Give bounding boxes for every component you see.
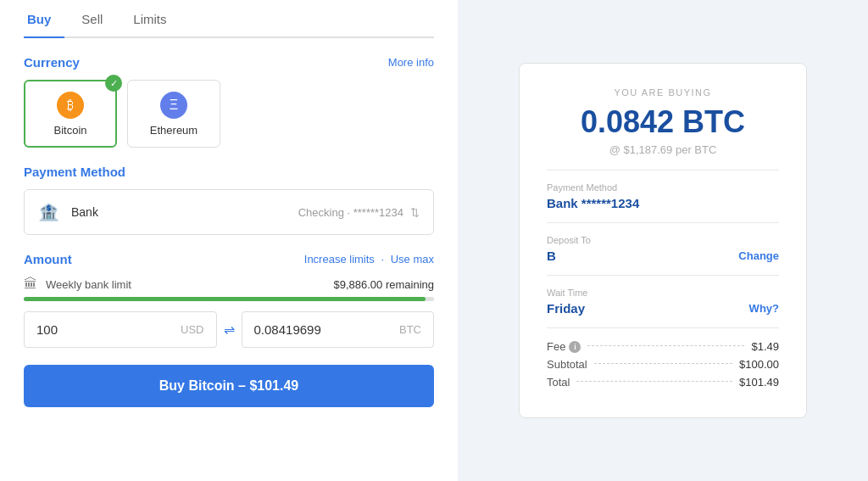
payment-method-value: Bank ******1234: [547, 196, 779, 210]
progress-bar-background: [24, 297, 434, 301]
tab-limits[interactable]: Limits: [130, 0, 180, 38]
subtotal-line: Subtotal $100.00: [547, 358, 779, 371]
divider-4: [547, 327, 779, 328]
tab-sell[interactable]: Sell: [78, 0, 116, 38]
currency-title: Currency: [24, 55, 80, 70]
total-dots: [576, 381, 732, 382]
left-panel: Buy Sell Limits Currency More info ✓ ₿ B…: [0, 0, 458, 481]
divider-1: [547, 170, 779, 171]
subtotal-dots: [594, 363, 732, 364]
eth-label: Ethereum: [150, 124, 198, 137]
wait-time-value-row: Friday Why?: [547, 301, 779, 316]
btc-value: 0.08419699: [254, 322, 321, 337]
buy-button[interactable]: Buy Bitcoin – $101.49: [24, 365, 434, 407]
receipt-btc-amount: 0.0842 BTC: [547, 104, 779, 140]
amount-header: Amount Increase limits · Use max: [24, 252, 434, 266]
btc-label: Bitcoin: [53, 124, 86, 137]
fee-dots: [587, 345, 744, 346]
weekly-limit-label: Weekly bank limit: [46, 278, 131, 291]
btc-currency-label: BTC: [399, 323, 421, 336]
divider-3: [547, 275, 779, 276]
usd-input-field[interactable]: 100 USD: [24, 311, 217, 348]
increase-limits-link[interactable]: Increase limits: [304, 253, 375, 266]
subtotal-amount: $100.00: [739, 358, 779, 371]
swap-icon: ⇌: [224, 322, 235, 338]
fee-label-group: Fee i: [547, 340, 581, 353]
payment-method-label: Payment Method: [547, 182, 779, 193]
receipt-wait-row: Wait Time Friday Why?: [547, 288, 779, 316]
wait-time-value: Friday: [547, 301, 585, 316]
limits-links: Increase limits · Use max: [304, 253, 434, 266]
payment-header: Payment Method: [24, 165, 434, 179]
weekly-remaining: $9,886.00 remaining: [333, 278, 434, 291]
bank-label: Bank: [71, 205, 98, 219]
divider-2: [547, 222, 779, 223]
amount-title: Amount: [24, 252, 72, 266]
eth-icon: Ξ: [160, 92, 187, 119]
limit-icon: 🏛: [24, 277, 37, 292]
receipt-payment-row: Payment Method Bank ******1234: [547, 182, 779, 210]
deposit-to-label: Deposit To: [547, 235, 779, 245]
why-link[interactable]: Why?: [749, 302, 779, 315]
weekly-limit-row: 🏛 Weekly bank limit $9,886.00 remaining: [24, 277, 434, 292]
currency-card-btc[interactable]: ✓ ₿ Bitcoin: [24, 80, 117, 148]
fee-info-icon[interactable]: i: [569, 341, 581, 353]
total-amount: $101.49: [739, 376, 779, 389]
dot-separator: ·: [381, 253, 387, 266]
payment-title: Payment Method: [24, 165, 125, 179]
wait-time-label: Wait Time: [547, 288, 779, 298]
change-link[interactable]: Change: [738, 249, 779, 262]
tabs: Buy Sell Limits: [24, 0, 434, 38]
total-line: Total $101.49: [547, 376, 779, 389]
progress-bar-fill: [24, 297, 426, 301]
deposit-to-value: B: [547, 249, 556, 263]
bank-account-info: Checking · ******1234: [298, 206, 403, 219]
receipt-header: YOU ARE BUYING 0.0842 BTC @ $1,187.69 pe…: [547, 87, 779, 156]
btc-input-field[interactable]: 0.08419699 BTC: [242, 311, 435, 348]
amount-inputs: 100 USD ⇌ 0.08419699 BTC: [24, 311, 434, 348]
currency-cards: ✓ ₿ Bitcoin Ξ Ethereum: [24, 80, 434, 148]
usd-value: 100: [36, 322, 58, 337]
bank-icon: 🏦: [38, 202, 59, 222]
total-label: Total: [547, 376, 570, 389]
receipt-btc-rate: @ $1,187.69 per BTC: [547, 143, 779, 156]
currency-card-eth[interactable]: Ξ Ethereum: [127, 80, 220, 148]
fee-amount: $1.49: [751, 340, 779, 353]
amount-section: Amount Increase limits · Use max 🏛 Weekl…: [24, 252, 434, 457]
receipt-deposit-row: Deposit To B Change: [547, 235, 779, 263]
fee-label: Fee: [547, 340, 565, 353]
fee-rows: Fee i $1.49 Subtotal $100.00 Total $101.…: [547, 340, 779, 389]
tab-buy[interactable]: Buy: [24, 0, 64, 38]
usd-currency-label: USD: [181, 323, 203, 336]
payment-method-selector[interactable]: 🏦 Bank Checking · ******1234 ⇅: [24, 189, 434, 235]
receipt-card: YOU ARE BUYING 0.0842 BTC @ $1,187.69 pe…: [519, 63, 807, 418]
selected-badge: ✓: [105, 75, 122, 92]
chevron-updown-icon: ⇅: [410, 206, 420, 219]
payment-method-text: Bank ******1234: [547, 196, 639, 210]
right-panel: YOU ARE BUYING 0.0842 BTC @ $1,187.69 pe…: [458, 0, 868, 481]
btc-icon: ₿: [57, 92, 84, 119]
subtotal-label: Subtotal: [547, 358, 587, 371]
you-are-buying-label: YOU ARE BUYING: [547, 87, 779, 98]
more-info-link[interactable]: More info: [388, 56, 434, 69]
use-max-link[interactable]: Use max: [391, 253, 434, 266]
deposit-to-value-row: B Change: [547, 249, 779, 263]
fee-line: Fee i $1.49: [547, 340, 779, 353]
currency-header: Currency More info: [24, 55, 434, 70]
